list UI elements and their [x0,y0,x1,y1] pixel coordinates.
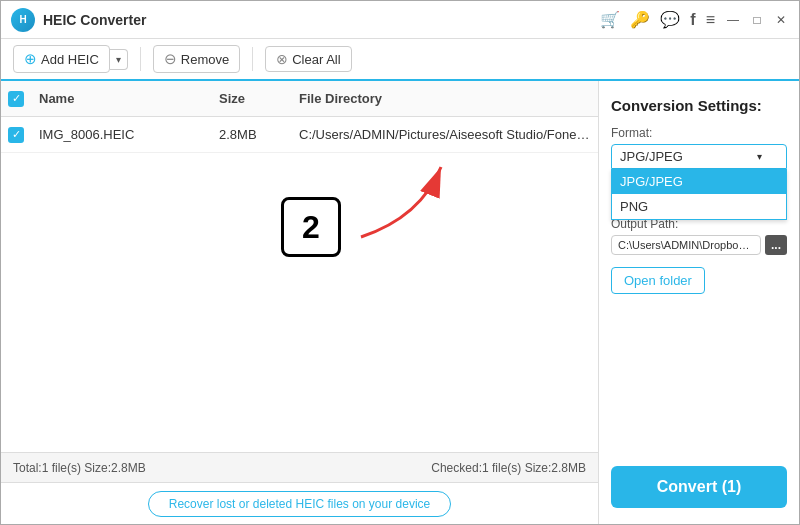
window-controls: — □ ✕ [725,12,789,28]
minus-circle-icon: ⊖ [164,50,177,68]
add-icon: ⊕ [24,50,37,68]
separator-2 [252,47,253,71]
add-heic-label: Add HEIC [41,52,99,67]
add-heic-group: ⊕ Add HEIC ▾ [13,45,128,73]
app-logo: H [11,8,35,32]
status-checked: Checked:1 file(s) Size:2.8MB [431,461,586,475]
remove-label: Remove [181,52,229,67]
output-browse-button[interactable]: ... [765,235,787,255]
output-path-row: Output Path: C:\Users\ADMIN\Dropbox\PC..… [611,217,787,255]
file-table-body: ✓ IMG_8006.HEIC 2.8MB C:/Users/ADMIN/Pic… [1,117,598,452]
status-bar: Total:1 file(s) Size:2.8MB Checked:1 fil… [1,452,598,482]
output-path-text: C:\Users\ADMIN\Dropbox\PC... [611,235,761,255]
header-checkbox-cell: ✓ [1,87,31,110]
format-selected-value: JPG/JPEG [620,149,683,164]
main-content: ✓ Name Size File Directory ✓ IMG_8006.HE… [1,81,799,524]
format-dropdown-arrow: ▾ [757,151,762,162]
app-title: HEIC Converter [43,12,600,28]
format-option-jpg[interactable]: JPG/JPEG [612,169,786,194]
key-icon[interactable]: 🔑 [630,10,650,29]
row-checkbox[interactable]: ✓ [8,127,24,143]
add-heic-button[interactable]: ⊕ Add HEIC [13,45,110,73]
status-total: Total:1 file(s) Size:2.8MB [13,461,146,475]
file-list-area: ✓ Name Size File Directory ✓ IMG_8006.HE… [1,81,599,524]
title-bar-icons: 🛒 🔑 💬 f ≡ [600,10,715,29]
output-path-field-row: C:\Users\ADMIN\Dropbox\PC... ... [611,235,787,255]
format-options-list: JPG/JPEG PNG [611,169,787,220]
close-button[interactable]: ✕ [773,12,789,28]
header-size: Size [211,87,291,110]
row-name: IMG_8006.HEIC [31,123,211,146]
clear-icon: ⊗ [276,51,288,67]
table-row: ✓ IMG_8006.HEIC 2.8MB C:/Users/ADMIN/Pic… [1,117,598,153]
separator-1 [140,47,141,71]
panel-title: Conversion Settings: [611,97,787,114]
right-panel: Conversion Settings: Format: JPG/JPEG ▾ … [599,81,799,524]
chevron-down-icon: ▾ [116,54,121,65]
table-header: ✓ Name Size File Directory [1,81,598,117]
format-option-png[interactable]: PNG [612,194,786,219]
clear-all-button[interactable]: ⊗ Clear All [265,46,351,72]
chat-icon[interactable]: 💬 [660,10,680,29]
format-label: Format: [611,126,787,140]
step-badge-2: 2 [281,197,341,257]
add-heic-dropdown-button[interactable]: ▾ [110,49,128,70]
row-size: 2.8MB [211,123,291,146]
select-all-checkbox[interactable]: ✓ [8,91,24,107]
format-row: Format: JPG/JPEG ▾ JPG/JPEG PNG [611,126,787,169]
open-folder-button[interactable]: Open folder [611,267,705,294]
menu-icon[interactable]: ≡ [706,11,715,29]
format-select-display[interactable]: JPG/JPEG ▾ [611,144,787,169]
row-directory: C:/Users/ADMIN/Pictures/Aiseesoft Studio… [291,123,598,146]
convert-button[interactable]: Convert (1) [611,466,787,508]
facebook-icon[interactable]: f [690,11,695,29]
toolbar: ⊕ Add HEIC ▾ ⊖ Remove ⊗ Clear All [1,39,799,81]
row-checkbox-cell: ✓ [1,127,31,143]
header-name: Name [31,87,211,110]
bottom-bar: Recover lost or deleted HEIC files on yo… [1,482,598,524]
cart-icon[interactable]: 🛒 [600,10,620,29]
maximize-button[interactable]: □ [749,12,765,28]
minimize-button[interactable]: — [725,12,741,28]
title-bar: H HEIC Converter 🛒 🔑 💬 f ≡ — □ ✕ [1,1,799,39]
header-directory: File Directory [291,87,598,110]
remove-button[interactable]: ⊖ Remove [153,45,240,73]
clear-all-label: Clear All [292,52,340,67]
recover-button[interactable]: Recover lost or deleted HEIC files on yo… [148,491,451,517]
format-dropdown[interactable]: JPG/JPEG ▾ JPG/JPEG PNG [611,144,787,169]
